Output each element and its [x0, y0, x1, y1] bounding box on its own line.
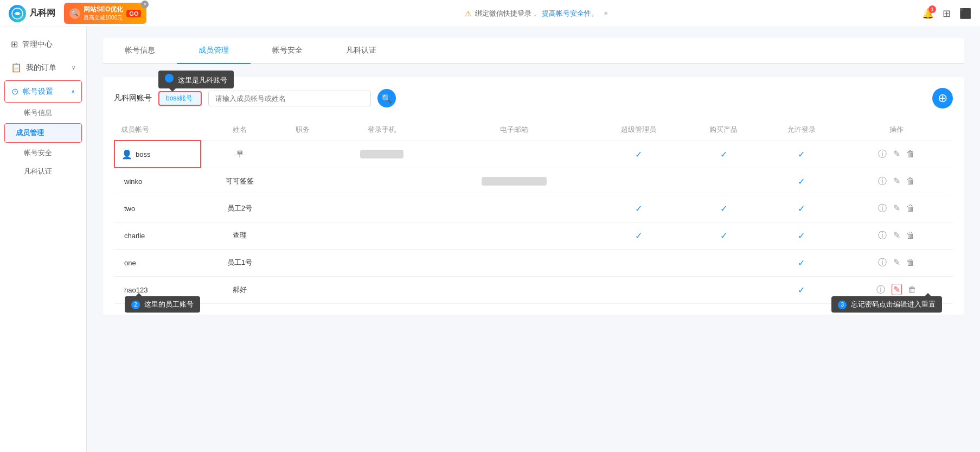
check-icon: ✓: [798, 204, 805, 213]
header-ad-banner[interactable]: 🔍 网站SEO优化 最高立减1000元 GO ×: [64, 3, 146, 24]
allow-login-cell: ✓: [763, 195, 840, 222]
header-actions: 🔔 1 ⊞ ⬛: [922, 8, 971, 20]
table-row: hao123 郝好✓ ⓘ ✎ 🗑: [114, 276, 953, 303]
email-cell: [437, 141, 592, 168]
sidebar-item-account-settings[interactable]: ⊙ 帐号设置 ∧: [4, 80, 82, 103]
super-admin-cell: [592, 249, 685, 276]
delete-icon[interactable]: 🗑: [906, 203, 915, 213]
position-cell: [279, 276, 327, 303]
info-icon[interactable]: ⓘ: [878, 149, 887, 158]
info-icon[interactable]: ⓘ: [878, 176, 887, 186]
check-icon: ✓: [720, 204, 727, 213]
notice-warning-icon: ⚠: [465, 9, 472, 18]
name-cell: 早: [201, 141, 278, 168]
edit-icon[interactable]: ✎: [892, 284, 902, 295]
super-admin-cell: [592, 168, 685, 195]
tab-member-management[interactable]: 成员管理: [177, 38, 251, 64]
notification-bell-icon[interactable]: 🔔 1: [922, 8, 934, 20]
position-cell: [279, 195, 327, 222]
tooltip-3: 3 忘记密码点击编辑进入重置: [831, 296, 942, 313]
username-text: charlie: [124, 232, 145, 240]
check-icon: ✓: [720, 231, 727, 240]
tab-account-info[interactable]: 帐号信息: [103, 38, 177, 64]
delete-icon[interactable]: 🗑: [906, 176, 915, 186]
logo-text: 凡科网: [29, 8, 55, 19]
allow-login-cell: ✓: [763, 168, 840, 195]
tooltip-text-1: 这里是凡科账号: [178, 76, 227, 84]
username-cell: hao123: [121, 286, 196, 294]
edit-icon[interactable]: ✎: [893, 231, 900, 240]
info-icon[interactable]: ⓘ: [876, 285, 885, 294]
info-icon[interactable]: ⓘ: [878, 203, 887, 213]
actions-cell: ⓘ ✎ 🗑: [841, 222, 953, 249]
username-text: two: [124, 205, 135, 213]
delete-icon[interactable]: 🗑: [906, 231, 915, 240]
allow-login-cell: ✓: [763, 249, 840, 276]
position-cell: [279, 168, 327, 195]
window-icon[interactable]: ⬛: [959, 8, 971, 20]
header-notice: ⚠ 绑定微信快捷登录， 提高帐号安全性。 ×: [151, 9, 922, 18]
email-cell: [437, 222, 592, 249]
table-header-row: 成员帐号 姓名 职务 登录手机 电子邮箱 超级管理员 购买产品 允许登录 操作: [114, 119, 953, 141]
sidebar-sub-label: 帐号安全: [24, 149, 52, 157]
super-admin-cell: ✓: [592, 141, 685, 168]
ad-close-icon[interactable]: ×: [141, 1, 149, 8]
delete-icon[interactable]: 🗑: [908, 285, 917, 294]
check-icon: ✓: [798, 231, 805, 240]
name-cell: 郝好: [201, 276, 278, 303]
actions-cell: ⓘ ✎ 🗑: [841, 249, 953, 276]
col-position: 职务: [279, 119, 327, 141]
email-cell: [437, 195, 592, 222]
ad-go-button[interactable]: GO: [126, 10, 141, 17]
delete-icon[interactable]: 🗑: [906, 258, 915, 267]
col-email: 电子邮箱: [437, 119, 592, 141]
grid-icon[interactable]: ⊞: [943, 8, 951, 20]
notice-link[interactable]: 提高帐号安全性。: [542, 9, 598, 18]
check-icon: ✓: [635, 204, 642, 213]
edit-icon[interactable]: ✎: [893, 258, 900, 267]
member-header: 凡科网账号 boss账号 这里是凡科账号 🔍 ⊕: [114, 88, 953, 109]
sidebar-sub-member-management[interactable]: 成员管理: [4, 123, 82, 143]
search-input[interactable]: [208, 91, 371, 106]
col-name: 姓名: [201, 119, 278, 141]
tooltip-num-2: 2: [131, 301, 140, 309]
sidebar-sub-fanke-cert[interactable]: 凡科认证: [0, 162, 86, 181]
member-table: 成员帐号 姓名 职务 登录手机 电子邮箱 超级管理员 购买产品 允许登录 操作: [114, 119, 953, 304]
tab-account-security[interactable]: 帐号安全: [251, 38, 324, 64]
phone-blurred: [360, 150, 403, 158]
position-cell: [279, 141, 327, 168]
settings-icon: ⊙: [11, 86, 18, 97]
buy-product-cell: [685, 168, 763, 195]
check-icon: ✓: [635, 150, 642, 159]
buy-product-cell: [685, 249, 763, 276]
check-icon: ✓: [720, 150, 727, 159]
col-super-admin: 超级管理员: [592, 119, 685, 141]
actions-cell: ⓘ ✎ 🗑: [841, 141, 953, 168]
search-button[interactable]: 🔍: [377, 89, 396, 107]
edit-icon[interactable]: ✎: [893, 176, 900, 186]
tab-fanke-cert[interactable]: 凡科认证: [324, 38, 398, 64]
info-icon[interactable]: ⓘ: [878, 258, 887, 267]
edit-icon[interactable]: ✎: [893, 149, 900, 158]
sidebar-item-label: 我的订单: [26, 63, 56, 73]
position-cell: [279, 249, 327, 276]
sidebar-item-management[interactable]: ⊞ 管理中心: [0, 33, 86, 56]
member-section: 凡科网账号 boss账号 这里是凡科账号 🔍 ⊕: [103, 77, 964, 315]
sidebar-sub-account-info[interactable]: 帐号信息: [0, 104, 86, 122]
account-badge: boss账号: [158, 91, 202, 106]
buy-product-cell: [685, 276, 763, 303]
edit-icon[interactable]: ✎: [893, 203, 900, 213]
super-admin-cell: ✓: [592, 222, 685, 249]
delete-icon[interactable]: 🗑: [906, 149, 915, 158]
sidebar-item-orders[interactable]: 📋 我的订单 ∨: [0, 56, 86, 79]
check-icon: ✓: [798, 150, 805, 159]
sidebar-sub-account-security[interactable]: 帐号安全: [0, 144, 86, 162]
super-admin-cell: [592, 276, 685, 303]
col-phone: 登录手机: [326, 119, 437, 141]
actions-cell: ⓘ ✎ 🗑: [841, 168, 953, 195]
check-icon: ✓: [635, 231, 642, 240]
add-member-button[interactable]: ⊕: [932, 88, 953, 109]
notice-close-icon[interactable]: ×: [604, 9, 608, 17]
email-blurred: [482, 177, 547, 186]
info-icon[interactable]: ⓘ: [878, 231, 887, 240]
